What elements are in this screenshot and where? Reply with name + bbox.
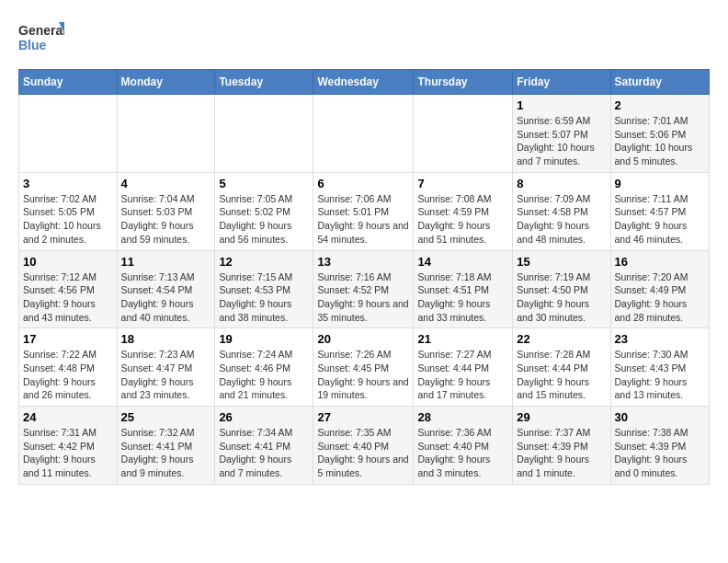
day-number: 20 xyxy=(317,332,409,346)
calendar-week-row: 10Sunrise: 7:12 AM Sunset: 4:56 PM Dayli… xyxy=(19,250,710,328)
calendar-cell: 9Sunrise: 7:11 AM Sunset: 4:57 PM Daylig… xyxy=(610,172,709,250)
day-info: Sunrise: 7:38 AM Sunset: 4:39 PM Dayligh… xyxy=(615,426,705,480)
day-info: Sunrise: 7:31 AM Sunset: 4:42 PM Dayligh… xyxy=(23,426,113,480)
weekday-header-row: SundayMondayTuesdayWednesdayThursdayFrid… xyxy=(19,70,710,95)
calendar-cell: 16Sunrise: 7:20 AM Sunset: 4:49 PM Dayli… xyxy=(610,250,709,328)
calendar-cell: 18Sunrise: 7:23 AM Sunset: 4:47 PM Dayli… xyxy=(117,328,215,407)
calendar-cell: 10Sunrise: 7:12 AM Sunset: 4:56 PM Dayli… xyxy=(19,250,118,328)
calendar-cell: 17Sunrise: 7:22 AM Sunset: 4:48 PM Dayli… xyxy=(19,328,118,407)
calendar-cell: 11Sunrise: 7:13 AM Sunset: 4:54 PM Dayli… xyxy=(117,250,215,328)
page-header: General Blue xyxy=(18,18,710,60)
calendar-cell: 14Sunrise: 7:18 AM Sunset: 4:51 PM Dayli… xyxy=(414,250,513,328)
weekday-header: Friday xyxy=(513,70,610,95)
day-number: 6 xyxy=(317,177,409,190)
calendar-cell xyxy=(414,95,513,173)
day-info: Sunrise: 7:06 AM Sunset: 5:01 PM Dayligh… xyxy=(317,192,409,247)
calendar-cell: 12Sunrise: 7:15 AM Sunset: 4:53 PM Dayli… xyxy=(215,250,313,328)
calendar-cell: 24Sunrise: 7:31 AM Sunset: 4:42 PM Dayli… xyxy=(19,407,118,485)
day-number: 19 xyxy=(219,332,309,346)
calendar-cell: 3Sunrise: 7:02 AM Sunset: 5:05 PM Daylig… xyxy=(19,172,118,250)
day-info: Sunrise: 7:12 AM Sunset: 4:56 PM Dayligh… xyxy=(23,270,113,325)
calendar-week-row: 17Sunrise: 7:22 AM Sunset: 4:48 PM Dayli… xyxy=(19,328,710,407)
day-number: 23 xyxy=(615,332,705,346)
calendar-cell: 30Sunrise: 7:38 AM Sunset: 4:39 PM Dayli… xyxy=(610,407,709,485)
day-info: Sunrise: 7:24 AM Sunset: 4:46 PM Dayligh… xyxy=(219,348,309,402)
calendar-week-row: 24Sunrise: 7:31 AM Sunset: 4:42 PM Dayli… xyxy=(19,407,710,485)
day-number: 27 xyxy=(317,410,409,424)
day-number: 10 xyxy=(23,255,113,269)
day-number: 18 xyxy=(121,332,211,346)
day-info: Sunrise: 7:19 AM Sunset: 4:50 PM Dayligh… xyxy=(517,270,606,325)
day-info: Sunrise: 7:32 AM Sunset: 4:41 PM Dayligh… xyxy=(121,426,211,480)
day-number: 4 xyxy=(121,177,211,190)
day-info: Sunrise: 7:01 AM Sunset: 5:06 PM Dayligh… xyxy=(615,114,705,168)
calendar-cell: 22Sunrise: 7:28 AM Sunset: 4:44 PM Dayli… xyxy=(513,328,610,407)
day-info: Sunrise: 7:05 AM Sunset: 5:02 PM Dayligh… xyxy=(219,192,309,247)
weekday-header: Thursday xyxy=(414,70,513,95)
day-info: Sunrise: 7:13 AM Sunset: 4:54 PM Dayligh… xyxy=(121,270,211,325)
calendar-cell: 13Sunrise: 7:16 AM Sunset: 4:52 PM Dayli… xyxy=(313,250,414,328)
day-number: 11 xyxy=(121,255,211,269)
day-number: 17 xyxy=(23,332,113,346)
calendar-cell: 4Sunrise: 7:04 AM Sunset: 5:03 PM Daylig… xyxy=(117,172,215,250)
day-info: Sunrise: 7:26 AM Sunset: 4:45 PM Dayligh… xyxy=(317,348,409,402)
calendar-cell: 15Sunrise: 7:19 AM Sunset: 4:50 PM Dayli… xyxy=(513,250,610,328)
calendar-cell xyxy=(313,95,414,173)
day-number: 21 xyxy=(417,332,508,346)
calendar-week-row: 3Sunrise: 7:02 AM Sunset: 5:05 PM Daylig… xyxy=(19,172,710,250)
day-number: 30 xyxy=(615,410,705,424)
day-info: Sunrise: 7:09 AM Sunset: 4:58 PM Dayligh… xyxy=(517,192,606,247)
weekday-header: Sunday xyxy=(19,70,118,95)
day-number: 5 xyxy=(219,177,309,190)
day-number: 16 xyxy=(615,255,705,269)
calendar-cell: 8Sunrise: 7:09 AM Sunset: 4:58 PM Daylig… xyxy=(513,172,610,250)
day-info: Sunrise: 7:02 AM Sunset: 5:05 PM Dayligh… xyxy=(23,192,113,247)
day-number: 13 xyxy=(317,255,409,269)
day-number: 9 xyxy=(615,177,705,190)
calendar-cell: 29Sunrise: 7:37 AM Sunset: 4:39 PM Dayli… xyxy=(513,407,610,485)
calendar-week-row: 1Sunrise: 6:59 AM Sunset: 5:07 PM Daylig… xyxy=(19,95,710,173)
calendar-cell: 5Sunrise: 7:05 AM Sunset: 5:02 PM Daylig… xyxy=(215,172,313,250)
day-info: Sunrise: 7:35 AM Sunset: 4:40 PM Dayligh… xyxy=(317,426,409,480)
day-info: Sunrise: 7:18 AM Sunset: 4:51 PM Dayligh… xyxy=(417,270,508,325)
calendar-cell: 23Sunrise: 7:30 AM Sunset: 4:43 PM Dayli… xyxy=(610,328,709,407)
calendar-cell: 7Sunrise: 7:08 AM Sunset: 4:59 PM Daylig… xyxy=(414,172,513,250)
day-info: Sunrise: 7:30 AM Sunset: 4:43 PM Dayligh… xyxy=(615,348,705,402)
calendar-cell: 20Sunrise: 7:26 AM Sunset: 4:45 PM Dayli… xyxy=(313,328,414,407)
day-info: Sunrise: 7:11 AM Sunset: 4:57 PM Dayligh… xyxy=(615,192,705,247)
day-number: 14 xyxy=(417,255,508,269)
day-info: Sunrise: 7:15 AM Sunset: 4:53 PM Dayligh… xyxy=(219,270,309,325)
calendar-cell xyxy=(215,95,313,173)
day-info: Sunrise: 7:08 AM Sunset: 4:59 PM Dayligh… xyxy=(417,192,508,247)
day-number: 8 xyxy=(517,177,606,190)
day-number: 3 xyxy=(23,177,113,190)
day-info: Sunrise: 7:28 AM Sunset: 4:44 PM Dayligh… xyxy=(517,348,606,402)
day-number: 2 xyxy=(615,98,705,112)
day-number: 7 xyxy=(417,177,508,190)
svg-text:Blue: Blue xyxy=(18,38,47,52)
day-info: Sunrise: 7:20 AM Sunset: 4:49 PM Dayligh… xyxy=(615,270,705,325)
day-number: 25 xyxy=(121,410,211,424)
day-number: 26 xyxy=(219,410,309,424)
day-number: 28 xyxy=(417,410,508,424)
day-number: 1 xyxy=(517,98,606,112)
calendar-cell: 26Sunrise: 7:34 AM Sunset: 4:41 PM Dayli… xyxy=(215,407,313,485)
day-info: Sunrise: 6:59 AM Sunset: 5:07 PM Dayligh… xyxy=(517,114,606,168)
day-info: Sunrise: 7:23 AM Sunset: 4:47 PM Dayligh… xyxy=(121,348,211,402)
day-info: Sunrise: 7:36 AM Sunset: 4:40 PM Dayligh… xyxy=(417,426,508,480)
day-number: 15 xyxy=(517,255,606,269)
day-info: Sunrise: 7:22 AM Sunset: 4:48 PM Dayligh… xyxy=(23,348,113,402)
logo: General Blue xyxy=(18,18,64,60)
calendar-cell: 27Sunrise: 7:35 AM Sunset: 4:40 PM Dayli… xyxy=(313,407,414,485)
day-number: 22 xyxy=(517,332,606,346)
weekday-header: Wednesday xyxy=(313,70,414,95)
calendar-cell xyxy=(19,95,118,173)
day-info: Sunrise: 7:37 AM Sunset: 4:39 PM Dayligh… xyxy=(517,426,606,480)
calendar-table: SundayMondayTuesdayWednesdayThursdayFrid… xyxy=(18,69,710,485)
weekday-header: Tuesday xyxy=(215,70,313,95)
calendar-cell: 6Sunrise: 7:06 AM Sunset: 5:01 PM Daylig… xyxy=(313,172,414,250)
calendar-cell: 28Sunrise: 7:36 AM Sunset: 4:40 PM Dayli… xyxy=(414,407,513,485)
calendar-cell: 25Sunrise: 7:32 AM Sunset: 4:41 PM Dayli… xyxy=(117,407,215,485)
day-number: 29 xyxy=(517,410,606,424)
calendar-cell: 2Sunrise: 7:01 AM Sunset: 5:06 PM Daylig… xyxy=(610,95,709,173)
